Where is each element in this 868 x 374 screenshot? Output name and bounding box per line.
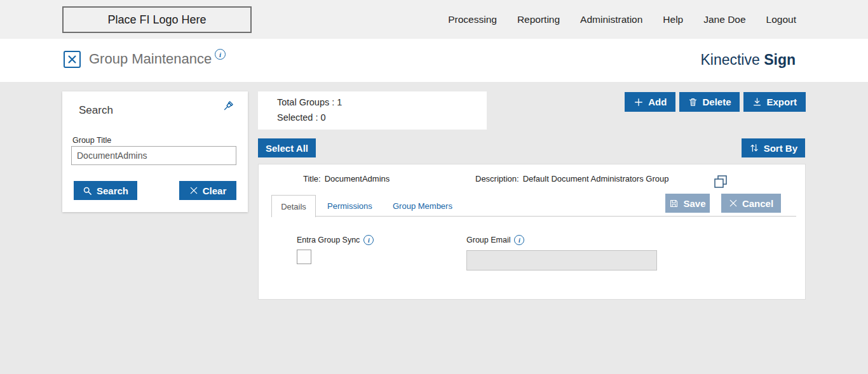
save-icon — [669, 199, 679, 208]
entra-group-sync-label-text: Entra Group Sync — [297, 236, 360, 244]
export-button[interactable]: Export — [743, 92, 806, 112]
nav-logout[interactable]: Logout — [766, 14, 796, 25]
nav-reporting[interactable]: Reporting — [517, 14, 560, 25]
group-title-field-label: Title: — [303, 174, 321, 184]
page-title-info-icon[interactable]: i — [215, 49, 226, 60]
group-email-input[interactable] — [466, 250, 657, 270]
search-panel: Search Group Title Search — [62, 91, 248, 212]
download-icon — [752, 97, 762, 107]
tab-permissions[interactable]: Permissions — [327, 195, 372, 217]
brand-logo: Kinective Sign — [700, 51, 796, 69]
search-panel-title: Search — [79, 104, 113, 117]
group-title-row: Title:DocumentAdmins — [303, 174, 390, 184]
fi-logo-placeholder: Place FI Logo Here — [62, 6, 252, 33]
entra-group-sync-label: Entra Group Sync i — [297, 235, 374, 245]
group-email-label: Group Email i — [466, 235, 524, 245]
plus-icon — [634, 97, 644, 107]
group-email-info-icon[interactable]: i — [514, 235, 524, 245]
content-area: Search Group Title Search — [0, 82, 868, 374]
brand-name: Kinective — [700, 51, 759, 68]
header-bar: Group Maintenance i Kinective Sign — [0, 39, 868, 82]
sort-by-button[interactable]: Sort By — [742, 138, 805, 157]
delete-button[interactable]: Delete — [679, 92, 740, 112]
tab-group-members[interactable]: Group Members — [393, 195, 452, 217]
add-button-label: Add — [648, 97, 667, 107]
cancel-button-label: Cancel — [742, 198, 773, 209]
nav-processing[interactable]: Processing — [448, 14, 497, 25]
clear-icon — [189, 186, 198, 195]
group-email-label-text: Group Email — [466, 236, 510, 244]
group-description-row: Description:Default Document Administrat… — [475, 174, 668, 184]
select-all-button[interactable]: Select All — [258, 138, 316, 157]
search-button[interactable]: Search — [74, 181, 137, 200]
search-icon — [83, 186, 92, 196]
nav-user-jane-doe[interactable]: Jane Doe — [703, 14, 745, 25]
export-button-label: Export — [766, 97, 797, 107]
sort-by-label: Sort By — [764, 143, 797, 154]
entra-group-sync-checkbox[interactable] — [297, 250, 311, 264]
delete-button-label: Delete — [702, 97, 731, 107]
group-actions: Add Delete Export — [625, 92, 806, 112]
group-description-field-label: Description: — [475, 174, 519, 184]
summary-box: Total Groups : 1 Selected : 0 — [258, 91, 487, 130]
selected-count: Selected : 0 — [277, 112, 326, 123]
group-title-value: DocumentAdmins — [325, 174, 390, 184]
page-title: Group Maintenance — [89, 51, 212, 67]
maintenance-icon — [64, 51, 81, 68]
select-all-label: Select All — [266, 143, 308, 154]
save-button[interactable]: Save — [665, 194, 710, 213]
search-button-label: Search — [97, 185, 128, 196]
nav-administration[interactable]: Administration — [580, 14, 642, 25]
add-button[interactable]: Add — [625, 92, 675, 112]
sort-icon — [749, 143, 759, 153]
group-title-input[interactable] — [71, 146, 236, 165]
brand-product: Sign — [764, 51, 796, 68]
total-groups-count: Total Groups : 1 — [277, 97, 342, 107]
entra-info-icon[interactable]: i — [363, 235, 374, 245]
group-description-value: Default Document Administrators Group — [523, 174, 669, 184]
pin-icon[interactable] — [221, 100, 235, 114]
tab-details[interactable]: Details — [271, 195, 316, 217]
clear-button-label: Clear — [203, 185, 227, 196]
top-navigation: Processing Reporting Administration Help… — [448, 0, 796, 39]
trash-icon — [688, 97, 698, 107]
cancel-icon — [729, 199, 738, 208]
tab-bar: Details Permissions Group Members — [271, 195, 796, 217]
clear-button[interactable]: Clear — [179, 181, 236, 200]
group-title-label: Group Title — [72, 136, 111, 145]
top-bar: Place FI Logo Here Processing Reporting … — [0, 0, 868, 39]
cancel-button[interactable]: Cancel — [721, 194, 781, 213]
group-card: Title:DocumentAdmins Description:Default… — [258, 164, 806, 300]
save-button-label: Save — [683, 198, 705, 209]
nav-help[interactable]: Help — [663, 14, 683, 25]
copy-icon[interactable] — [712, 173, 729, 190]
